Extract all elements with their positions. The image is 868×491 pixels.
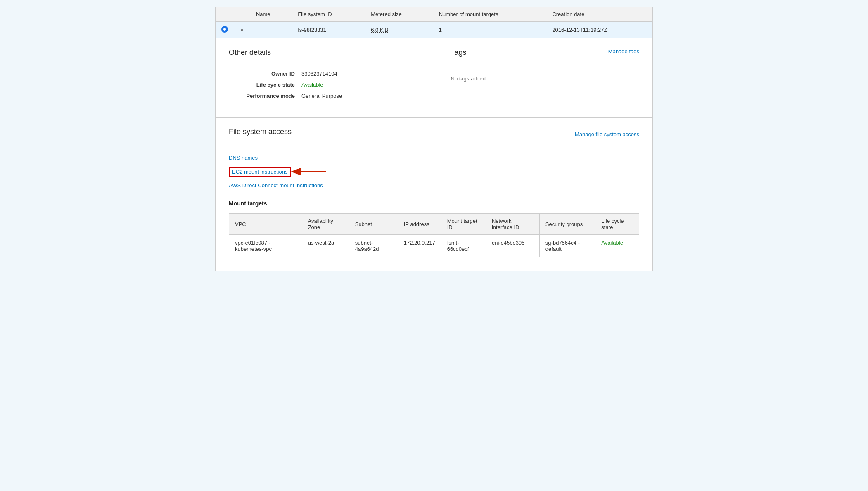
td-net-interface: eni-e45be395 xyxy=(486,235,539,257)
no-tags-text: No tags added xyxy=(451,76,640,82)
life-cycle-label: Life cycle state xyxy=(229,82,295,88)
td-az: us-west-2a xyxy=(302,235,349,257)
th-select xyxy=(216,7,234,22)
th-vpc: VPC xyxy=(229,214,302,235)
row-creation-date: 2016-12-13T11:19:27Z xyxy=(546,22,653,38)
performance-row: Performance mode General Purpose xyxy=(229,93,417,99)
td-security-groups: sg-bd7564c4 - default xyxy=(539,235,595,257)
other-details-divider xyxy=(229,62,417,62)
row-name xyxy=(250,22,292,38)
owner-id-row: Owner ID 330323714104 xyxy=(229,71,417,77)
row-radio[interactable] xyxy=(216,22,234,38)
row-expand[interactable]: ▼ xyxy=(234,22,250,38)
red-arrow-annotation xyxy=(297,164,330,179)
mount-target-row: vpc-e01fc087 - kubernetes-vpcus-west-2as… xyxy=(229,235,639,257)
th-num-mount-targets: Number of mount targets xyxy=(433,7,546,22)
th-network-interface-id: Network interface ID xyxy=(486,214,539,235)
th-mount-target-id: Mount target ID xyxy=(441,214,486,235)
radio-selected[interactable] xyxy=(221,26,228,33)
tags-title: Tags xyxy=(451,48,467,57)
access-divider xyxy=(229,146,639,146)
manage-tags-link[interactable]: Manage tags xyxy=(608,48,639,54)
life-cycle-value: Available xyxy=(301,82,323,88)
aws-direct-connect-link[interactable]: AWS Direct Connect mount instructions xyxy=(229,182,639,189)
ec2-link-box: EC2 mount instructions xyxy=(229,167,291,177)
detail-container: Other details Owner ID 330323714104 Life… xyxy=(215,38,653,118)
mount-targets-title: Mount targets xyxy=(229,200,639,207)
file-system-access-title: File system access xyxy=(229,127,292,136)
performance-value: General Purpose xyxy=(301,93,342,99)
tags-panel: Tags Manage tags No tags added xyxy=(451,48,640,104)
th-metered-size: Metered size xyxy=(365,7,433,22)
th-security-groups: Security groups xyxy=(539,214,595,235)
th-name: Name xyxy=(250,7,292,22)
access-header: File system access Manage file system ac… xyxy=(229,127,639,141)
expand-arrow-icon[interactable]: ▼ xyxy=(240,28,244,33)
mount-targets-table: VPC Availability Zone Subnet IP address … xyxy=(229,213,639,257)
th-az: Availability Zone xyxy=(302,214,349,235)
th-lc-state: Life cycle state xyxy=(595,214,639,235)
other-details-panel: Other details Owner ID 330323714104 Life… xyxy=(229,48,434,104)
table-row[interactable]: ▼ fs-98f23331 6.0 KiB 1 2016-12-13T11:19… xyxy=(216,22,653,38)
access-section: File system access Manage file system ac… xyxy=(215,118,653,271)
th-expand xyxy=(234,7,250,22)
th-ip: IP address xyxy=(398,214,441,235)
ec2-link-row: EC2 mount instructions xyxy=(229,164,639,179)
td-lc-state: Available xyxy=(595,235,639,257)
th-subnet: Subnet xyxy=(349,214,398,235)
th-file-system-id: File system ID xyxy=(292,7,365,22)
tags-divider xyxy=(451,67,640,67)
other-details-title: Other details xyxy=(229,48,417,57)
td-vpc: vpc-e01fc087 - kubernetes-vpc xyxy=(229,235,302,257)
dns-names-link[interactable]: DNS names xyxy=(229,155,639,161)
td-mount-id: fsmt-66cd0ecf xyxy=(441,235,486,257)
owner-id-label: Owner ID xyxy=(229,71,295,77)
tags-header: Tags Manage tags xyxy=(451,48,640,62)
th-creation-date: Creation date xyxy=(546,7,653,22)
owner-id-value: 330323714104 xyxy=(301,71,337,77)
life-cycle-row: Life cycle state Available xyxy=(229,82,417,88)
row-file-system-id: fs-98f23331 xyxy=(292,22,365,38)
file-systems-table: Name File system ID Metered size Number … xyxy=(215,7,653,38)
td-subnet: subnet-4a9a642d xyxy=(349,235,398,257)
td-ip: 172.20.0.217 xyxy=(398,235,441,257)
row-num-mount-targets: 1 xyxy=(433,22,546,38)
row-metered-size: 6.0 KiB xyxy=(365,22,433,38)
manage-file-system-access-link[interactable]: Manage file system access xyxy=(575,131,639,137)
access-links-list: DNS names EC2 mount instructions AWS Dir… xyxy=(229,155,639,189)
performance-label: Performance mode xyxy=(229,93,295,99)
ec2-mount-link[interactable]: EC2 mount instructions xyxy=(232,169,287,175)
